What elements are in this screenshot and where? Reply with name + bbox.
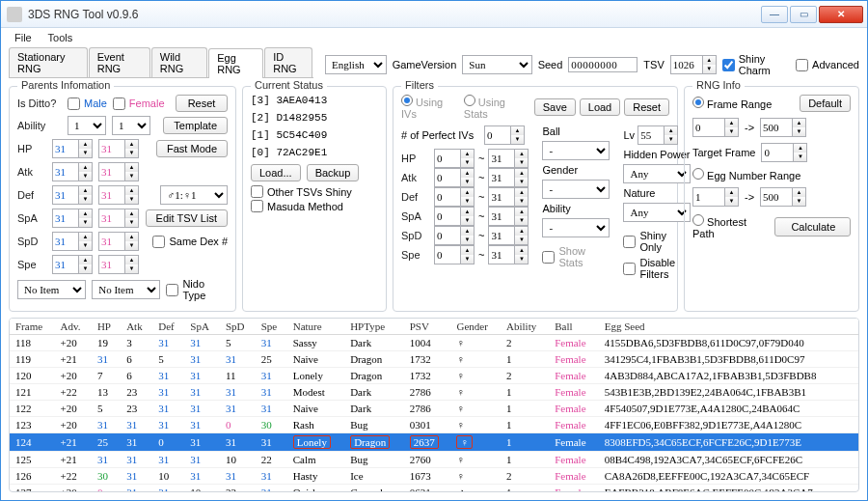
item-female-select[interactable]: No Item: [92, 280, 160, 299]
perfect-ivs-input[interactable]: [484, 125, 511, 145]
filter-hp-lo[interactable]: [434, 149, 461, 168]
tab-stationary-rng[interactable]: Stationary RNG: [9, 47, 88, 77]
menu-tools[interactable]: Tools: [48, 32, 73, 43]
tsv-down[interactable]: ▼: [703, 65, 716, 73]
seed-input[interactable]: [568, 57, 637, 72]
parent-spe-female[interactable]: [98, 255, 125, 274]
using-ivs-radio[interactable]: Using IVs: [401, 95, 454, 120]
parent-spe-male[interactable]: [52, 255, 79, 274]
filter-def-lo[interactable]: [434, 187, 461, 207]
using-stats-radio[interactable]: Using Stats: [464, 95, 525, 120]
egg-range-radio[interactable]: Egg Number Range: [692, 168, 800, 181]
filter-spe-lo[interactable]: [434, 245, 461, 264]
col-eggseed[interactable]: Egg Seed: [599, 319, 858, 335]
col-spe[interactable]: Spe: [256, 319, 287, 335]
egg-to-input[interactable]: [760, 187, 793, 207]
col-atk[interactable]: Atk: [121, 319, 152, 335]
col-frame[interactable]: Frame: [10, 319, 55, 335]
item-male-select[interactable]: No Item: [17, 280, 86, 299]
advanced-checkbox[interactable]: Advanced: [796, 59, 859, 71]
filter-spa-hi[interactable]: [488, 207, 515, 226]
filter-nature-select[interactable]: Any: [623, 203, 691, 222]
nido-type-checkbox[interactable]: Nido Type: [166, 278, 228, 301]
parents-reset-button[interactable]: Reset: [176, 95, 228, 112]
table-row[interactable]: 119+213165313125NaiveDragon1732♀1Female3…: [10, 351, 858, 368]
minimize-button[interactable]: —: [761, 6, 788, 23]
default-button[interactable]: Default: [800, 95, 851, 112]
table-row[interactable]: 121+22132331313131ModestDark2786♀1Female…: [10, 384, 858, 401]
target-frame-input[interactable]: [761, 143, 794, 162]
ditto-male-checkbox[interactable]: Male: [68, 97, 107, 110]
parent-spa-female[interactable]: [98, 209, 125, 228]
filter-hp-hi[interactable]: [488, 149, 515, 168]
tab-egg-rng[interactable]: Egg RNG: [208, 48, 263, 78]
table-row[interactable]: 127+2003131102231QuirkyGround0631♂1Femal…: [10, 485, 858, 493]
parent-atk-male[interactable]: [52, 162, 79, 181]
language-select[interactable]: English: [325, 55, 387, 74]
parent-atk-female[interactable]: [98, 162, 125, 181]
filter-def-hi[interactable]: [488, 187, 515, 207]
fast-mode-button[interactable]: Fast Mode: [156, 140, 228, 157]
parent-spd-female[interactable]: [98, 232, 125, 251]
filter-spe-hi[interactable]: [488, 245, 515, 264]
ditto-female-checkbox[interactable]: Female: [113, 97, 165, 110]
table-row[interactable]: 122+2052331313131NaiveDark2786♀1Female4F…: [10, 401, 858, 417]
calculate-button[interactable]: Calculate: [774, 217, 851, 237]
frame-to-input[interactable]: [760, 118, 793, 137]
template-button[interactable]: Template: [163, 117, 228, 134]
ability-male-select[interactable]: 1: [68, 116, 106, 135]
table-row[interactable]: 120+207631311131LonelyDragon1732♀2Female…: [10, 368, 858, 384]
frame-from-input[interactable]: [692, 118, 725, 137]
maximize-button[interactable]: ▭: [790, 6, 817, 23]
parent-def-female[interactable]: [98, 185, 125, 205]
col-def[interactable]: Def: [152, 319, 184, 335]
parent-hp-male[interactable]: [52, 139, 79, 158]
egg-from-input[interactable]: [692, 187, 725, 207]
filters-save-button[interactable]: Save: [534, 98, 576, 116]
parent-def-male[interactable]: [52, 185, 79, 205]
tsv-up[interactable]: ▲: [703, 56, 716, 65]
filter-spa-lo[interactable]: [434, 207, 461, 226]
masuda-checkbox[interactable]: Masuda Method: [251, 200, 343, 212]
col-spd[interactable]: SpD: [220, 319, 256, 335]
ability-female-select[interactable]: 1: [112, 116, 150, 135]
col-psv[interactable]: PSV: [404, 319, 451, 335]
table-row[interactable]: 125+21313131311022CalmBug2760♀1Female08B…: [10, 452, 858, 468]
results-table[interactable]: FrameAdv.HPAtkDefSpASpDSpeNatureHPTypePS…: [10, 319, 858, 492]
close-button[interactable]: ✕: [819, 6, 863, 23]
table-row[interactable]: 118+201933131531SassyDark1004♀2Female415…: [10, 335, 858, 351]
filter-hp-select[interactable]: Any: [623, 164, 691, 183]
edit-tsv-button[interactable]: Edit TSV List: [146, 209, 228, 227]
show-stats-checkbox[interactable]: Show Stats: [542, 245, 610, 268]
tab-event-rng[interactable]: Event RNG: [89, 47, 150, 77]
filter-lv-input[interactable]: [637, 125, 665, 145]
shortest-path-radio[interactable]: Shortest Path: [692, 214, 769, 239]
col-ball[interactable]: Ball: [549, 319, 599, 335]
backup-status-button[interactable]: Backup: [307, 164, 360, 181]
shiny-only-checkbox[interactable]: Shiny Only: [623, 230, 691, 253]
filter-atk-lo[interactable]: [434, 168, 461, 187]
filter-ability-select[interactable]: -: [542, 218, 610, 237]
parent-spd-male[interactable]: [52, 232, 79, 251]
shiny-charm-checkbox[interactable]: Shiny Charm: [722, 53, 790, 76]
filter-spd-lo[interactable]: [434, 226, 461, 245]
filter-ball-select[interactable]: -: [542, 141, 610, 160]
table-row[interactable]: 126+22303110313131HastyIce1673♀2FemaleCA…: [10, 468, 858, 485]
load-status-button[interactable]: Load...: [251, 164, 301, 181]
parent-hp-female[interactable]: [98, 139, 125, 158]
menu-file[interactable]: File: [14, 32, 32, 43]
col-hptype[interactable]: HPType: [344, 319, 404, 335]
col-gender[interactable]: Gender: [450, 319, 501, 335]
col-nature[interactable]: Nature: [287, 319, 344, 335]
other-tsv-checkbox[interactable]: Other TSVs Shiny: [251, 185, 352, 198]
table-row[interactable]: 123+2031313131030RashBug0301♀1Female4FF1…: [10, 417, 858, 433]
parent-spa-male[interactable]: [52, 209, 79, 228]
frame-range-radio[interactable]: Frame Range: [692, 97, 772, 110]
filter-spd-hi[interactable]: [488, 226, 515, 245]
table-row[interactable]: 124+2125310313131LonelyDragon2637♀1Femal…: [10, 433, 858, 452]
filters-load-button[interactable]: Load: [580, 98, 620, 116]
gameversion-select[interactable]: Sun: [462, 55, 531, 74]
same-dex-checkbox[interactable]: Same Dex #: [152, 236, 228, 248]
col-ability[interactable]: Ability: [501, 319, 549, 335]
tab-wild-rng[interactable]: Wild RNG: [151, 47, 207, 77]
